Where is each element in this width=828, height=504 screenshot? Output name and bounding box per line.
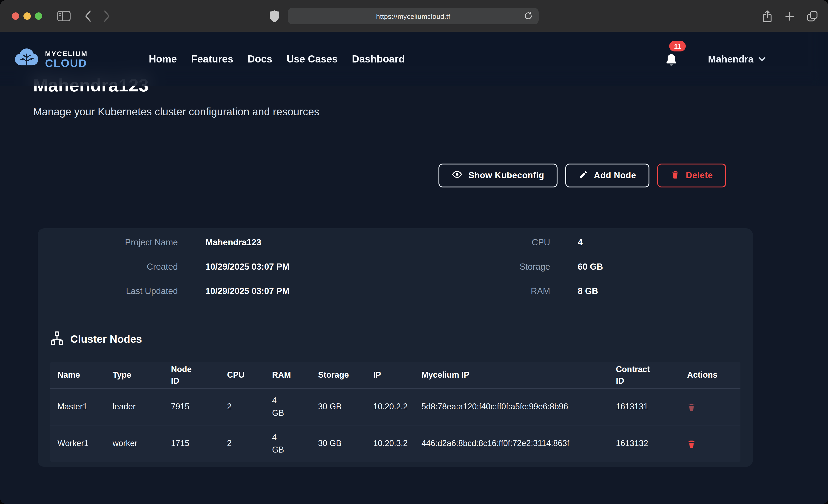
notification-badge: 11 bbox=[669, 41, 686, 51]
browser-window: https://myceliumcloud.tf bbox=[0, 0, 828, 504]
sidebar-toggle-icon[interactable] bbox=[57, 10, 71, 22]
nav-link-use-cases[interactable]: Use Cases bbox=[287, 53, 338, 65]
brand-logo[interactable]: MYCELIUM CLOUD bbox=[13, 47, 88, 72]
cell-storage: 30 GB bbox=[318, 401, 373, 413]
browser-toolbar: https://myceliumcloud.tf bbox=[0, 0, 828, 32]
cell-contract-id: 1613131 bbox=[616, 401, 687, 413]
nodes-table-header: Name Type Node ID CPU RAM Storage IP Myc… bbox=[50, 362, 740, 388]
bell-icon bbox=[664, 63, 678, 70]
cell-cpu: 2 bbox=[227, 437, 272, 450]
table-row: Worker1 worker 1715 2 4 GB 30 GB 10.20.3… bbox=[50, 425, 740, 462]
cluster-nodes-title: Cluster Nodes bbox=[70, 333, 142, 345]
cluster-actions: Show Kubeconfig Add Node Delete bbox=[38, 164, 753, 187]
info-row-cpu: CPU 4 bbox=[395, 238, 740, 248]
cell-actions bbox=[687, 402, 740, 411]
window-controls bbox=[12, 12, 42, 19]
cell-ram: 4 GB bbox=[272, 431, 318, 456]
new-tab-icon[interactable] bbox=[784, 11, 795, 22]
cell-contract-id: 1613132 bbox=[616, 437, 687, 450]
cell-ram: 4 GB bbox=[272, 394, 318, 419]
cell-name: Master1 bbox=[57, 401, 113, 413]
nodes-table: Name Type Node ID CPU RAM Storage IP Myc… bbox=[50, 362, 740, 462]
pencil-icon bbox=[579, 170, 588, 181]
cell-node-id: 7915 bbox=[171, 401, 227, 413]
user-menu[interactable]: Mahendra bbox=[708, 54, 765, 65]
cell-mycelium-ip: 446:d2a6:8bcd:8c16:ff0f:72e2:3114:863f bbox=[421, 437, 616, 450]
col-header-actions: Actions bbox=[687, 370, 740, 381]
delete-cluster-button[interactable]: Delete bbox=[657, 164, 726, 187]
cluster-info: Project Name Mahendra123 Created 10/29/2… bbox=[50, 238, 740, 296]
delete-node-button[interactable] bbox=[687, 402, 696, 411]
col-header-contract-id: Contract ID bbox=[616, 364, 687, 386]
cluster-card: Project Name Mahendra123 Created 10/29/2… bbox=[38, 228, 753, 467]
cloud-logo-icon bbox=[13, 47, 40, 72]
site-navbar: MYCELIUM CLOUD Home Features Docs Use Ca… bbox=[0, 32, 828, 86]
tab-overview-icon[interactable] bbox=[806, 10, 818, 22]
user-name: Mahendra bbox=[708, 54, 753, 65]
cell-cpu: 2 bbox=[227, 401, 272, 413]
cell-ip: 10.20.3.2 bbox=[373, 437, 421, 450]
page-body: Mahendra123 Manage your Kubernetes clust… bbox=[0, 32, 828, 504]
col-header-ip: IP bbox=[373, 370, 421, 381]
share-icon[interactable] bbox=[761, 9, 773, 23]
cell-name: Worker1 bbox=[57, 437, 113, 450]
back-icon[interactable] bbox=[85, 10, 91, 22]
zoom-window-button[interactable] bbox=[35, 12, 42, 19]
trash-icon bbox=[671, 170, 680, 181]
info-row-storage: Storage 60 GB bbox=[395, 262, 740, 272]
address-bar[interactable]: https://myceliumcloud.tf bbox=[288, 8, 539, 24]
cell-type: leader bbox=[113, 401, 171, 413]
cell-storage: 30 GB bbox=[318, 437, 373, 450]
cell-ip: 10.20.2.2 bbox=[373, 401, 421, 413]
page-subtitle: Manage your Kubernetes cluster configura… bbox=[33, 105, 795, 118]
col-header-mycelium-ip: Mycelium IP bbox=[421, 370, 616, 381]
info-row-created: Created 10/29/2025 03:07 PM bbox=[50, 262, 395, 272]
add-node-button[interactable]: Add Node bbox=[565, 164, 650, 187]
chevron-down-icon bbox=[758, 56, 765, 63]
col-header-storage: Storage bbox=[318, 370, 373, 381]
minimize-window-button[interactable] bbox=[24, 12, 31, 19]
info-row-last-updated: Last Updated 10/29/2025 03:07 PM bbox=[50, 286, 395, 296]
cluster-nodes-icon bbox=[50, 331, 64, 347]
eye-icon bbox=[452, 169, 462, 182]
close-window-button[interactable] bbox=[12, 12, 19, 19]
nav-link-home[interactable]: Home bbox=[149, 53, 177, 65]
col-header-type: Type bbox=[113, 370, 171, 381]
nav-link-docs[interactable]: Docs bbox=[248, 53, 272, 65]
forward-icon[interactable] bbox=[104, 10, 110, 22]
table-row: Master1 leader 7915 2 4 GB 30 GB 10.20.2… bbox=[50, 388, 740, 425]
col-header-node-id: Node ID bbox=[171, 364, 227, 386]
cell-actions bbox=[687, 439, 740, 448]
nav-links: Home Features Docs Use Cases Dashboard bbox=[149, 53, 405, 65]
cell-node-id: 1715 bbox=[171, 437, 227, 450]
nav-link-features[interactable]: Features bbox=[191, 53, 233, 65]
brand-logo-text: MYCELIUM CLOUD bbox=[45, 50, 88, 69]
show-kubeconfig-button[interactable]: Show Kubeconfig bbox=[439, 164, 557, 187]
col-header-ram: RAM bbox=[272, 370, 318, 381]
col-header-name: Name bbox=[57, 370, 113, 381]
col-header-cpu: CPU bbox=[227, 370, 272, 381]
reload-icon[interactable] bbox=[524, 11, 533, 22]
notifications-button[interactable]: 11 bbox=[664, 53, 678, 70]
delete-node-button[interactable] bbox=[687, 439, 696, 448]
privacy-shield-icon[interactable] bbox=[270, 10, 280, 22]
cell-type: worker bbox=[113, 437, 171, 450]
cell-mycelium-ip: 5d8:78ea:a120:f40c:ff0f:a5fe:99e6:8b96 bbox=[421, 401, 616, 413]
info-row-project-name: Project Name Mahendra123 bbox=[50, 238, 395, 248]
url-text: https://myceliumcloud.tf bbox=[376, 12, 450, 20]
info-row-ram: RAM 8 GB bbox=[395, 286, 740, 296]
cluster-nodes-heading: Cluster Nodes bbox=[50, 332, 740, 346]
nav-link-dashboard[interactable]: Dashboard bbox=[352, 53, 405, 65]
